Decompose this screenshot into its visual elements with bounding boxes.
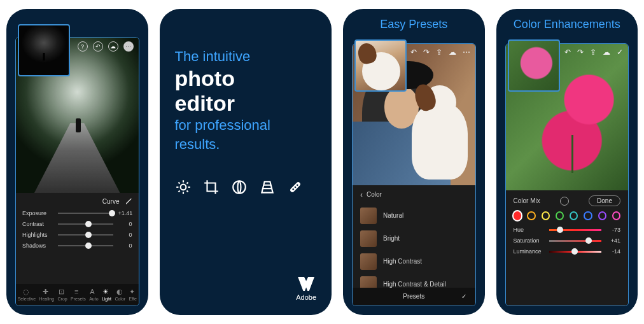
tagline-bold1: photo bbox=[175, 66, 317, 91]
slider-luminance[interactable]: Luminance-14 bbox=[514, 248, 621, 255]
editor-bottom-nav: ◌Selective✚Healing⊡Crop≡PresetsAAuto☀Lig… bbox=[16, 284, 139, 306]
slider-value: +41 bbox=[606, 237, 620, 244]
adobe-brand: Adobe bbox=[296, 277, 316, 301]
slider-saturation[interactable]: Saturation+41 bbox=[514, 237, 621, 244]
exposure-icon bbox=[175, 179, 192, 195]
preset-label: Bright bbox=[383, 235, 400, 242]
slider-hue[interactable]: Hue-73 bbox=[514, 227, 621, 233]
slider-exposure[interactable]: Exposure+1.41 bbox=[22, 210, 132, 216]
apply-icon[interactable]: ✓ bbox=[461, 293, 466, 300]
svg-point-9 bbox=[233, 181, 246, 194]
undo-icon[interactable]: ↶ bbox=[410, 48, 417, 57]
slider-track[interactable] bbox=[58, 213, 113, 214]
nav-healing[interactable]: ✚Healing bbox=[39, 288, 54, 301]
swatch-5[interactable] bbox=[584, 211, 592, 220]
feature-icon-row bbox=[175, 179, 317, 195]
presets-panel: ‹ Color NaturalBrightHigh ContrastHigh C… bbox=[353, 185, 475, 306]
slider-label: Luminance bbox=[514, 248, 544, 255]
preset-label: High Contrast bbox=[383, 258, 422, 265]
svg-point-15 bbox=[296, 185, 298, 187]
light-icon: ☀ bbox=[102, 288, 110, 295]
done-button[interactable]: Done bbox=[589, 195, 620, 206]
tagline-line1: The intuitive bbox=[175, 48, 251, 64]
curve-tab[interactable]: Curve bbox=[102, 198, 120, 205]
tagline-bold2: editor bbox=[175, 91, 317, 116]
tagline-line3: results. bbox=[175, 136, 220, 152]
slider-value: -73 bbox=[606, 227, 620, 233]
healing-icon bbox=[287, 179, 304, 195]
preset-thumb bbox=[360, 253, 377, 270]
preset-thumb bbox=[360, 230, 377, 247]
share-icon[interactable]: ⇪ bbox=[590, 48, 596, 57]
nav-presets[interactable]: ≡Presets bbox=[71, 288, 86, 301]
slider-track[interactable] bbox=[549, 229, 602, 231]
pen-icon[interactable] bbox=[126, 199, 132, 205]
phone-frame: ? ↶ ☁ ⋯ Curve Exposure+1.41Contrast0High… bbox=[15, 37, 139, 306]
swatch-1[interactable] bbox=[527, 211, 535, 220]
slider-value: 0 bbox=[118, 232, 132, 238]
slider-shadows[interactable]: Shadows0 bbox=[22, 243, 132, 249]
selective-icon: ◌ bbox=[23, 288, 31, 295]
slider-track[interactable] bbox=[58, 245, 113, 246]
preset-bright[interactable]: Bright bbox=[353, 227, 475, 250]
undo-icon[interactable]: ↶ bbox=[564, 48, 571, 57]
help-icon[interactable]: ? bbox=[78, 41, 88, 52]
nav-auto[interactable]: AAuto bbox=[89, 288, 98, 301]
svg-point-14 bbox=[294, 187, 296, 188]
crop-icon bbox=[203, 179, 220, 195]
before-thumbnail bbox=[354, 39, 407, 92]
svg-line-5 bbox=[178, 183, 179, 184]
more-icon[interactable]: ⋯ bbox=[463, 48, 470, 57]
slider-label: Saturation bbox=[514, 237, 544, 244]
preset-high-contrast[interactable]: High Contrast bbox=[353, 250, 475, 273]
slider-highlights[interactable]: Highlights0 bbox=[22, 232, 132, 238]
svg-line-8 bbox=[186, 183, 188, 184]
slider-track[interactable] bbox=[58, 223, 113, 225]
more-icon[interactable]: ⋯ bbox=[123, 41, 134, 52]
confirm-icon[interactable]: ✓ bbox=[617, 48, 623, 57]
panel-4-color: Color Enhancements ↶ ↷ ⇪ ☁ ✓ Color Mix D… bbox=[496, 9, 638, 315]
effe-icon: ✦ bbox=[129, 288, 137, 295]
target-icon[interactable] bbox=[560, 197, 569, 206]
slider-value: -14 bbox=[606, 248, 620, 255]
slider-label: Shadows bbox=[22, 243, 53, 249]
slider-label: Hue bbox=[514, 227, 544, 233]
tagline-text: The intuitive photo editor for professio… bbox=[175, 47, 317, 153]
nav-crop[interactable]: ⊡Crop bbox=[58, 288, 67, 301]
adobe-label: Adobe bbox=[296, 293, 316, 301]
presets-footer: Presets ✓ bbox=[353, 288, 475, 306]
slider-track[interactable] bbox=[549, 240, 602, 242]
swatch-6[interactable] bbox=[598, 211, 606, 220]
nav-color[interactable]: ◐Color bbox=[115, 288, 125, 301]
slider-track[interactable] bbox=[58, 234, 113, 236]
panel-title: Color Enhancements bbox=[496, 9, 638, 36]
crop-icon: ⊡ bbox=[59, 288, 66, 295]
slider-value: 0 bbox=[118, 243, 132, 249]
nav-light[interactable]: ☀Light bbox=[102, 288, 111, 301]
share-icon[interactable]: ⇪ bbox=[436, 48, 442, 57]
nav-selective[interactable]: ◌Selective bbox=[18, 288, 36, 301]
undo-icon[interactable]: ↶ bbox=[93, 41, 103, 52]
panel-1-editor: ? ↶ ☁ ⋯ Curve Exposure+1.41Contrast0High… bbox=[6, 9, 148, 315]
photo-top-toolbar: ↶ ↷ ⇪ ☁ ⋯ bbox=[410, 48, 470, 57]
cloud-icon[interactable]: ☁ bbox=[603, 48, 610, 57]
footer-label[interactable]: Presets bbox=[403, 293, 424, 300]
cloud-icon[interactable]: ☁ bbox=[108, 41, 118, 52]
redo-icon[interactable]: ↷ bbox=[577, 48, 584, 57]
redo-icon[interactable]: ↷ bbox=[423, 48, 430, 57]
swatch-4[interactable] bbox=[570, 211, 578, 220]
swatch-7[interactable] bbox=[612, 211, 620, 220]
appstore-screenshot-gallery: ? ↶ ☁ ⋯ Curve Exposure+1.41Contrast0High… bbox=[0, 0, 644, 324]
swatch-0[interactable] bbox=[514, 211, 522, 220]
svg-point-13 bbox=[292, 188, 294, 190]
preset-natural[interactable]: Natural bbox=[353, 204, 475, 227]
slider-contrast[interactable]: Contrast0 bbox=[22, 221, 132, 227]
slider-value: +1.41 bbox=[118, 210, 132, 216]
swatch-2[interactable] bbox=[542, 211, 550, 220]
swatch-3[interactable] bbox=[556, 211, 564, 220]
panel-3-presets: Easy Presets ↶ ↷ ⇪ ☁ ⋯ ‹ Color NaturalBr… bbox=[343, 9, 485, 315]
slider-track[interactable] bbox=[549, 251, 602, 253]
cloud-icon[interactable]: ☁ bbox=[449, 48, 456, 57]
back-icon[interactable]: ‹ bbox=[360, 190, 363, 199]
nav-effe[interactable]: ✦Effe bbox=[129, 288, 136, 301]
